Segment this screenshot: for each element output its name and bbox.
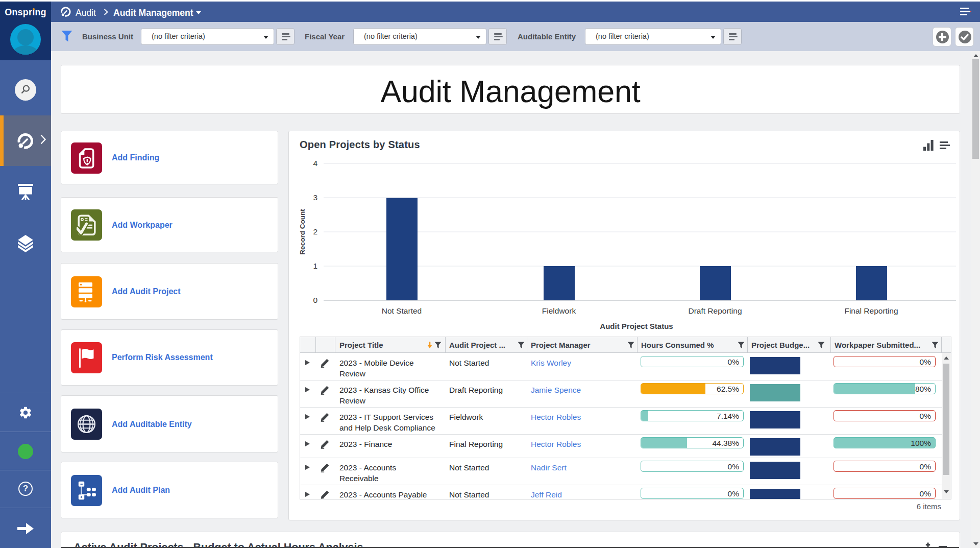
svg-text:4: 4: [313, 159, 317, 168]
svg-text:Draft Reporting: Draft Reporting: [688, 306, 742, 315]
svg-text:1: 1: [313, 261, 317, 270]
svg-text:3: 3: [313, 193, 317, 202]
svg-text:Fieldwork: Fieldwork: [542, 306, 576, 315]
svg-text:Not Started: Not Started: [382, 306, 422, 315]
svg-text:2: 2: [313, 227, 317, 236]
svg-text:0: 0: [313, 296, 317, 304]
svg-text:Final Reporting: Final Reporting: [844, 306, 898, 315]
svg-text:Audit Project Status: Audit Project Status: [600, 322, 673, 330]
svg-text:Record Count: Record Count: [299, 209, 306, 255]
